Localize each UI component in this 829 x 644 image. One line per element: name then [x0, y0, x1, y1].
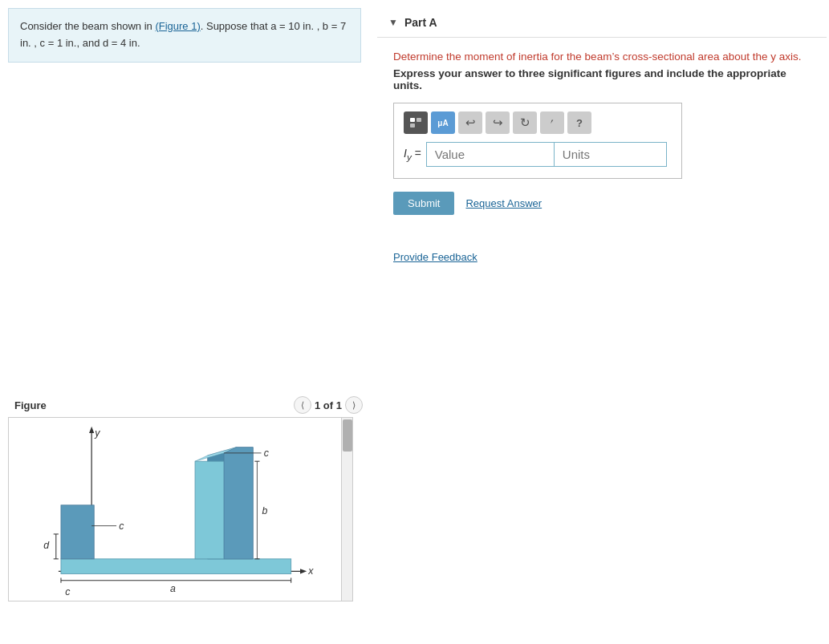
- beam-figure-svg: y x d c: [9, 418, 352, 601]
- figure-nav: ⟨ 1 of 1 ⟩: [294, 396, 363, 414]
- svg-rect-10: [61, 505, 94, 559]
- svg-marker-4: [89, 427, 94, 433]
- svg-text:c: c: [119, 520, 124, 532]
- action-row: Submit Request Answer: [393, 192, 811, 215]
- right-panel: ▼ Part A Determine the moment of inertia…: [377, 0, 827, 271]
- svg-text:x: x: [307, 565, 314, 577]
- toolbar: μA ↩ ↪ ↻ ⎖ ?: [404, 111, 672, 134]
- eq-label: Iy =: [404, 147, 421, 162]
- figure-nav-label: 1 of 1: [315, 399, 342, 411]
- svg-text:y: y: [94, 427, 100, 439]
- svg-rect-12: [195, 461, 224, 559]
- help-button[interactable]: ?: [567, 111, 591, 134]
- figure-canvas: y x d c: [8, 417, 353, 601]
- matrix-icon-button[interactable]: [404, 111, 428, 134]
- input-row: Iy =: [404, 142, 672, 167]
- svg-text:b: b: [262, 505, 268, 516]
- figure-header: Figure ⟨ 1 of 1 ⟩: [8, 393, 369, 417]
- next-figure-button[interactable]: ⟩: [345, 396, 363, 414]
- scrollbar[interactable]: [341, 418, 352, 601]
- collapse-arrow[interactable]: ▼: [388, 17, 398, 28]
- submit-button[interactable]: Submit: [393, 192, 454, 215]
- mu-A-button[interactable]: μA: [431, 111, 455, 134]
- value-input[interactable]: [426, 142, 555, 167]
- svg-text:c: c: [264, 448, 270, 459]
- provide-feedback-section: Provide Feedback: [377, 250, 827, 263]
- svg-text:d: d: [43, 541, 50, 552]
- svg-text:c: c: [65, 586, 71, 597]
- svg-marker-14: [224, 448, 253, 559]
- part-header: ▼ Part A: [377, 8, 827, 38]
- svg-rect-1: [417, 118, 421, 122]
- svg-text:a: a: [170, 583, 176, 594]
- undo-button[interactable]: ↩: [458, 111, 482, 134]
- units-input[interactable]: [555, 142, 667, 167]
- redo-button[interactable]: ↪: [486, 111, 510, 134]
- figure-label: Figure: [14, 399, 47, 411]
- refresh-button[interactable]: ↻: [513, 111, 537, 134]
- part-body: Determine the moment of inertia for the …: [377, 38, 827, 228]
- instruction-line2: Express your answer to three significant…: [393, 67, 811, 91]
- provide-feedback-link[interactable]: Provide Feedback: [393, 251, 477, 263]
- part-label: Part A: [404, 16, 437, 29]
- answer-box: μA ↩ ↪ ↻ ⎖ ? Iy =: [393, 103, 682, 179]
- figure-section: Figure ⟨ 1 of 1 ⟩ y x: [8, 393, 369, 601]
- keyboard-button[interactable]: ⎖: [540, 111, 564, 134]
- svg-rect-9: [61, 559, 291, 574]
- svg-rect-0: [410, 118, 415, 122]
- scrollbar-thumb: [343, 419, 352, 452]
- request-answer-button[interactable]: Request Answer: [465, 197, 542, 209]
- problem-statement: Consider the beam shown in (Figure 1). S…: [8, 8, 361, 63]
- problem-mid-text: . Suppose that: [201, 20, 270, 32]
- instruction-line1: Determine the moment of inertia for the …: [393, 51, 811, 63]
- problem-intro-text: Consider the beam shown in: [20, 20, 155, 32]
- svg-rect-2: [410, 124, 415, 128]
- prev-figure-button[interactable]: ⟨: [294, 396, 311, 414]
- figure-link[interactable]: (Figure 1): [155, 20, 200, 32]
- svg-marker-7: [300, 569, 307, 573]
- mu-A-label: μA: [437, 119, 448, 128]
